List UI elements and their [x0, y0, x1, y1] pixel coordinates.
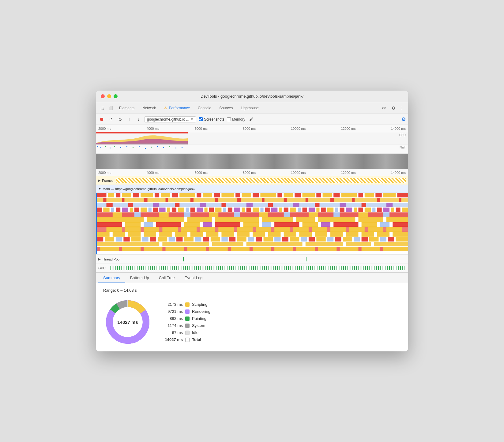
svg-rect-202 [125, 227, 141, 232]
svg-rect-290 [318, 247, 337, 251]
tab-elements[interactable]: Elements [115, 104, 138, 112]
svg-rect-249 [203, 237, 209, 242]
summary-content: Range: 0 – 14.03 s [96, 283, 408, 351]
tab-summary[interactable]: Summary [98, 273, 125, 283]
legend-ms-rendering: 9721 ms [164, 309, 183, 314]
svg-rect-251 [221, 237, 228, 242]
screenshots-checkbox-area[interactable]: Screenshots [199, 117, 224, 122]
thread-pool-row[interactable]: ▶ Thread Pool [96, 254, 408, 264]
tab-navigation: Elements Network ⚠ Performance Console S… [115, 104, 378, 112]
ruler-mark: 8000 ms [243, 171, 256, 174]
svg-rect-4 [110, 148, 111, 148]
pointer-icon[interactable]: ⬚ [98, 104, 106, 112]
svg-rect-6 [120, 147, 121, 148]
performance-settings-icon[interactable]: ⚙ [401, 116, 406, 122]
memory-checkbox-area[interactable]: Memory [227, 117, 245, 122]
maximize-button[interactable] [114, 94, 118, 98]
svg-rect-199 [393, 222, 408, 227]
svg-rect-257 [274, 237, 280, 242]
net-overview[interactable]: NET [96, 144, 408, 154]
upload-button[interactable]: ↑ [126, 116, 133, 123]
legend-item-idle: 67 ms Idle [164, 330, 210, 335]
tab-lighthouse[interactable]: Lighthouse [237, 104, 262, 112]
svg-rect-0 [96, 132, 188, 133]
cpu-overview[interactable]: CPU [96, 132, 408, 144]
tab-call-tree[interactable]: Call Tree [154, 273, 180, 283]
ruler-mark: 8000 ms [243, 127, 256, 130]
svg-rect-126 [186, 208, 189, 212]
svg-rect-97 [399, 198, 401, 202]
svg-rect-221 [159, 232, 172, 237]
tab-network[interactable]: Network [139, 104, 160, 112]
gpu-label: GPU [98, 266, 107, 270]
legend-ms-total: 14027 ms [164, 337, 183, 342]
memory-checkbox[interactable] [227, 117, 231, 121]
clear-performance-button[interactable]: 🖌 [248, 116, 254, 123]
timeline-ruler-top: 2000 ms 4000 ms 6000 ms 8000 ms 10000 ms… [96, 125, 408, 132]
svg-rect-170 [284, 212, 290, 217]
legend-label-system: System [192, 323, 205, 328]
svg-rect-133 [228, 208, 232, 212]
tab-performance[interactable]: ⚠ Performance [160, 104, 194, 112]
flame-chart[interactable] [96, 193, 408, 254]
svg-rect-54 [116, 193, 120, 197]
traffic-lights [101, 94, 118, 98]
svg-rect-174 [383, 212, 389, 217]
download-button[interactable]: ↓ [135, 116, 142, 123]
gpu-row[interactable]: GPU [96, 264, 408, 272]
record-button[interactable]: ⏺ [98, 116, 105, 123]
svg-rect-73 [303, 193, 315, 197]
devtools-more-icon[interactable]: ⋮ [398, 104, 406, 112]
ruler-mark: 14000 ms [391, 127, 406, 130]
screenshots-checkbox[interactable] [199, 117, 203, 121]
url-selector[interactable]: googlechrome.github.io ... ▼ [144, 116, 196, 122]
timeline-area: 2000 ms 4000 ms 6000 ms 8000 ms 10000 ms… [96, 125, 408, 272]
clear-button[interactable]: ⊘ [117, 116, 123, 123]
svg-rect-192 [262, 222, 271, 227]
svg-rect-252 [229, 237, 235, 242]
svg-rect-217 [97, 232, 110, 237]
svg-rect-244 [158, 237, 167, 242]
svg-rect-172 [333, 212, 340, 217]
svg-rect-117 [130, 208, 133, 212]
svg-rect-15 [175, 148, 176, 148]
legend-ms-scripting: 2173 ms [164, 302, 183, 307]
svg-rect-168 [234, 212, 240, 217]
svg-rect-238 [105, 237, 114, 242]
legend-color-total [185, 338, 190, 342]
svg-rect-208 [237, 227, 253, 232]
svg-rect-268 [369, 237, 378, 242]
svg-rect-161 [402, 208, 408, 212]
svg-rect-119 [141, 208, 147, 212]
svg-rect-194 [303, 222, 318, 227]
svg-rect-88 [190, 198, 194, 202]
flame-row-4 [97, 208, 408, 212]
svg-rect-62 [197, 193, 201, 197]
svg-rect-283 [166, 247, 184, 251]
tab-bottom-up[interactable]: Bottom-Up [125, 273, 154, 283]
devtools-settings-icon[interactable]: ⚙ [390, 104, 397, 112]
close-button[interactable] [101, 94, 105, 98]
svg-rect-260 [301, 237, 307, 242]
inspect-icon[interactable]: ⬜ [107, 104, 114, 112]
minimize-button[interactable] [107, 94, 111, 98]
svg-rect-234 [362, 232, 374, 237]
svg-rect-79 [365, 193, 374, 197]
svg-rect-70 [277, 193, 282, 197]
svg-rect-55 [122, 193, 131, 197]
reload-button[interactable]: ↺ [107, 116, 114, 123]
svg-rect-153 [354, 208, 357, 212]
more-tabs-button[interactable]: >> [379, 105, 389, 111]
gpu-bar [110, 266, 406, 270]
svg-rect-189 [203, 222, 212, 227]
svg-rect-233 [346, 232, 359, 237]
tab-bar: ⬚ ⬜ Elements Network ⚠ Performance Conso… [96, 102, 408, 114]
svg-rect-92 [284, 198, 287, 202]
svg-rect-144 [298, 208, 301, 212]
tab-console[interactable]: Console [194, 104, 215, 112]
svg-rect-10 [145, 148, 146, 149]
svg-rect-284 [187, 247, 206, 251]
svg-rect-85 [122, 198, 124, 202]
tab-sources[interactable]: Sources [216, 104, 236, 112]
tab-event-log[interactable]: Event Log [180, 273, 208, 283]
